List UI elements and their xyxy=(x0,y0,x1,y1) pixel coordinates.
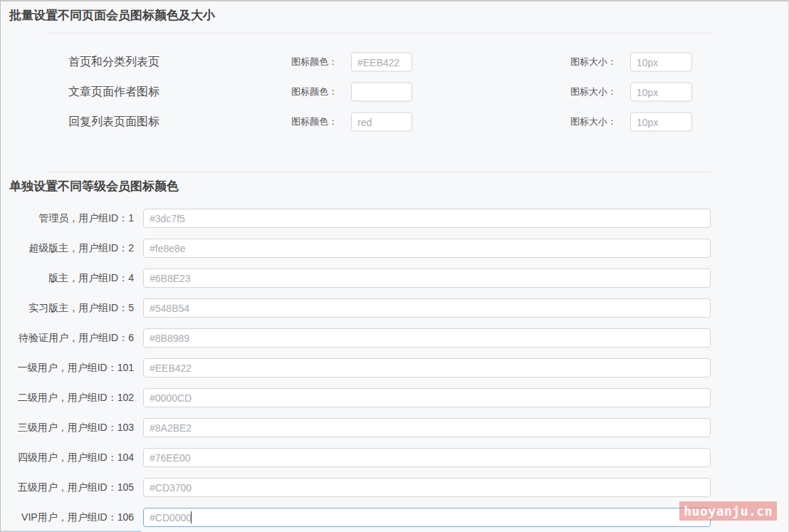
usergroup-label: 五级用户，用户组ID：105 xyxy=(1,481,134,494)
icon-color-input[interactable] xyxy=(351,83,412,102)
batch-row: 回复列表页面图标 图标颜色： 图标大小： xyxy=(1,107,788,137)
usergroup-color-input[interactable] xyxy=(143,418,711,437)
usergroup-row: 三级用户，用户组ID：103 xyxy=(1,418,788,448)
usergroup-label: 待验证用户，用户组ID：6 xyxy=(1,332,134,345)
icon-size-label: 图标大小： xyxy=(570,85,617,98)
usergroup-color-input[interactable] xyxy=(143,358,711,377)
usergroup-row: 超级版主，用户组ID：2 xyxy=(1,239,788,268)
usergroup-label: 管理员，用户组ID：1 xyxy=(1,212,134,225)
icon-size-input[interactable] xyxy=(630,53,692,72)
groups-section-title: 单独设置不同等级会员图标颜色 xyxy=(9,178,788,195)
section-divider xyxy=(48,33,711,33)
usergroup-color-input[interactable] xyxy=(143,328,711,348)
usergroup-color-input[interactable] xyxy=(143,388,711,407)
icon-size-input[interactable] xyxy=(630,83,692,102)
usergroup-label: 超级版主，用户组ID：2 xyxy=(1,242,134,255)
section-divider xyxy=(48,172,711,172)
icon-color-label: 图标颜色： xyxy=(291,115,338,128)
icon-color-input[interactable] xyxy=(351,53,412,72)
usergroup-color-input[interactable] xyxy=(143,298,711,318)
icon-color-label: 图标颜色： xyxy=(291,85,338,98)
usergroup-row: 一级用户，用户组ID：101 xyxy=(1,358,788,388)
icon-size-label: 图标大小： xyxy=(570,115,617,128)
batch-row: 文章页面作者图标 图标颜色： 图标大小： xyxy=(1,77,788,107)
page-type-label: 首页和分类列表页 xyxy=(68,55,160,70)
groups-section: 单独设置不同等级会员图标颜色 管理员，用户组ID：1 超级版主，用户组ID：2 … xyxy=(1,172,788,532)
usergroup-row: 四级用户，用户组ID：104 xyxy=(1,448,788,478)
usergroup-row: 实习版主，用户组ID：5 xyxy=(1,298,788,328)
usergroup-row: 管理员，用户组ID：1 xyxy=(1,209,788,239)
page-type-label: 回复列表页面图标 xyxy=(68,115,160,130)
page-type-label: 文章页面作者图标 xyxy=(68,85,160,100)
settings-panel: 批量设置不同页面会员图标颜色及大小 首页和分类列表页 图标颜色： 图标大小： 文… xyxy=(0,0,789,532)
usergroup-color-input[interactable] xyxy=(143,478,711,497)
usergroup-label: 一级用户，用户组ID：101 xyxy=(1,362,134,375)
usergroup-color-input[interactable] xyxy=(143,268,711,288)
usergroup-color-input[interactable] xyxy=(143,239,711,258)
usergroup-color-input[interactable] xyxy=(143,448,711,467)
usergroup-row: 版主，用户组ID：4 xyxy=(1,268,788,298)
batch-row: 首页和分类列表页 图标颜色： 图标大小： xyxy=(1,47,788,77)
usergroup-label: 二级用户，用户组ID：102 xyxy=(1,392,134,405)
usergroup-label: 实习版主，用户组ID：5 xyxy=(1,302,134,315)
icon-color-input[interactable] xyxy=(351,113,412,132)
batch-section-title: 批量设置不同页面会员图标颜色及大小 xyxy=(9,7,788,24)
icon-size-input[interactable] xyxy=(630,113,692,132)
usergroup-row: VIP用户，用户组ID：106 xyxy=(1,508,788,532)
batch-rows: 首页和分类列表页 图标颜色： 图标大小： 文章页面作者图标 图标颜色： 图标大小… xyxy=(1,47,788,137)
usergroup-row: 五级用户，用户组ID：105 xyxy=(1,478,788,508)
usergroup-color-input[interactable] xyxy=(143,508,711,527)
text-cursor xyxy=(191,511,192,523)
usergroup-label: 版主，用户组ID：4 xyxy=(1,272,134,285)
batch-section: 批量设置不同页面会员图标颜色及大小 首页和分类列表页 图标颜色： 图标大小： 文… xyxy=(1,7,788,137)
usergroup-label: 三级用户，用户组ID：103 xyxy=(1,422,134,434)
usergroup-row: 待验证用户，用户组ID：6 xyxy=(1,328,788,358)
icon-size-label: 图标大小： xyxy=(570,56,617,68)
group-rows: 管理员，用户组ID：1 超级版主，用户组ID：2 版主，用户组ID：4 实习版主… xyxy=(1,209,788,532)
icon-color-label: 图标颜色： xyxy=(291,56,338,68)
usergroup-label: 四级用户，用户组ID：104 xyxy=(1,452,134,464)
usergroup-color-input[interactable] xyxy=(143,209,711,228)
usergroup-label: VIP用户，用户组ID：106 xyxy=(1,511,134,524)
usergroup-row: 二级用户，用户组ID：102 xyxy=(1,388,788,418)
watermark: huoyanju.cn xyxy=(679,501,777,521)
